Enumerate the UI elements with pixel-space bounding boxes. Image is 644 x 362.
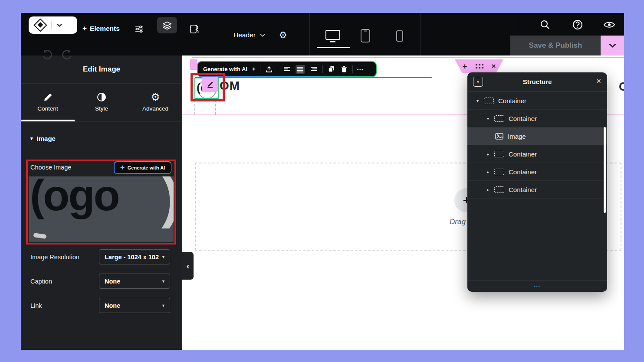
tree-row-label: Image [508, 133, 526, 140]
theme-style-icon[interactable] [189, 24, 200, 34]
device-desktop-button[interactable] [325, 29, 341, 43]
elements-label: Elements [90, 25, 120, 33]
tree-row-label: Container [509, 150, 537, 158]
link-label: Link [30, 302, 42, 309]
divider [51, 21, 52, 29]
caption-dropdown[interactable]: None ▼ [99, 274, 170, 289]
duplicate-icon[interactable] [327, 65, 336, 74]
tab-style[interactable]: Style [75, 84, 128, 121]
caption-label: Caption [30, 278, 52, 285]
image-resolution-label: Image Resolution [30, 254, 79, 261]
structure-layers-button[interactable] [157, 17, 177, 33]
add-container-icon[interactable]: + [462, 62, 467, 70]
image-resolution-dropdown[interactable]: Large - 1024 x 102 ▼ [99, 249, 170, 264]
help-icon[interactable] [572, 19, 583, 30]
chevron-down-icon [57, 23, 62, 27]
delete-container-icon[interactable]: × [492, 62, 496, 70]
undo-button[interactable] [41, 49, 53, 61]
device-mobile-button[interactable] [396, 30, 404, 42]
divider [21, 121, 182, 122]
more-options-icon[interactable]: ⋯ [357, 65, 364, 73]
structure-footer-more[interactable]: ⋯ [467, 280, 607, 292]
divider [309, 13, 310, 55]
caret-down-icon[interactable]: ▾ [485, 116, 491, 121]
link-dropdown[interactable]: None ▼ [99, 298, 170, 313]
save-publish-button[interactable]: Save & Publish [510, 36, 601, 55]
toolbar-generate-ai-button[interactable]: Generate with AI [203, 66, 247, 72]
container-icon [484, 98, 494, 104]
tab-advanced[interactable]: ⚙ Advanced [128, 84, 182, 121]
image-resolution-value: Large - 1024 x 102 [105, 254, 161, 261]
tree-row-label: Container [509, 115, 537, 122]
sparkle-icon: ✦ [251, 66, 256, 72]
container-handle: + × [455, 59, 503, 73]
pencil-icon [21, 91, 75, 103]
edge-text-fragment: C [619, 80, 624, 94]
panel-title: Edit Image [21, 65, 182, 74]
image-section-title: Image [37, 135, 56, 142]
close-icon[interactable]: × [596, 76, 601, 86]
elementor-logo-menu[interactable] [29, 16, 77, 34]
align-right-icon[interactable] [309, 65, 319, 74]
annotation-rectangle-panel [26, 160, 176, 245]
elementor-logo-icon [33, 18, 47, 32]
caret-down-icon[interactable]: ▾ [474, 98, 481, 103]
top-bar: + Elements Header ⚙ [21, 13, 624, 55]
panel-collapse-button[interactable]: ‹ [182, 252, 194, 280]
chevron-down-icon [609, 43, 616, 48]
chevron-down-icon[interactable] [260, 33, 265, 37]
caret-right-icon[interactable]: ▸ [485, 187, 491, 192]
caret-down-icon: ▾ [30, 136, 33, 141]
tree-row-label: Container [509, 168, 537, 176]
add-elements-button[interactable]: + Elements [82, 24, 120, 33]
preview-eye-icon[interactable] [603, 20, 615, 29]
structure-panel: ▾ Structure × ▾ Container ▾ Container Im… [467, 72, 607, 292]
tree-row-container[interactable]: ▸ Container [467, 181, 607, 199]
link-value: None [105, 302, 161, 309]
divider [420, 13, 421, 55]
dropdown-arrow-icon: ▼ [161, 279, 165, 284]
search-icon[interactable] [539, 19, 551, 30]
plus-icon: + [82, 24, 87, 33]
tree-row-image[interactable]: Image [467, 127, 607, 145]
tree-row-container[interactable]: ▸ Container [467, 145, 607, 163]
chevron-left-icon: ‹ [187, 261, 190, 271]
redo-button[interactable] [61, 49, 73, 61]
tab-advanced-label: Advanced [128, 105, 182, 112]
tree-row-container[interactable]: ▾ Container [467, 110, 607, 127]
caret-right-icon[interactable]: ▸ [485, 152, 491, 157]
container-icon [494, 115, 504, 122]
scrollbar-thumb[interactable] [604, 127, 606, 213]
caret-right-icon[interactable]: ▸ [485, 170, 491, 174]
contrast-icon [75, 91, 128, 103]
image-section-toggle[interactable]: ▾ Image [30, 135, 56, 142]
edit-image-panel: Edit Image Content Style ⚙ Advanced [21, 55, 182, 350]
editor-window: + Elements Header ⚙ [21, 13, 624, 350]
tree-row-label: Container [509, 186, 537, 193]
document-title[interactable]: Header [233, 31, 256, 39]
save-publish-label: Save & Publish [529, 41, 582, 50]
drag-handle-icon[interactable] [476, 64, 483, 68]
divider [322, 65, 323, 73]
device-tablet-button[interactable] [360, 29, 371, 43]
structure-header: ▾ Structure × [467, 72, 607, 91]
save-options-chevron-button[interactable] [601, 36, 624, 55]
tree-row-container[interactable]: ▸ Container [467, 163, 607, 181]
trash-icon[interactable] [340, 65, 348, 74]
caption-value: None [105, 278, 161, 285]
tree-row-label: Container [498, 97, 526, 104]
align-left-icon[interactable] [282, 65, 292, 74]
tab-content[interactable]: Content [21, 84, 75, 121]
divider [260, 65, 260, 73]
dropdown-arrow-icon: ▼ [161, 255, 165, 259]
page-settings-gear-icon[interactable]: ⚙ [279, 30, 287, 39]
align-justify-icon[interactable] [296, 65, 305, 74]
divider [352, 65, 353, 73]
tree-row-container[interactable]: ▾ Container [467, 92, 607, 110]
container-outline-top [192, 57, 624, 58]
active-device-underline [317, 47, 350, 48]
panel-tabs: Content Style ⚙ Advanced [21, 84, 182, 121]
upload-icon[interactable] [264, 65, 274, 74]
site-settings-sliders-icon[interactable] [135, 24, 144, 34]
container-icon [494, 151, 504, 157]
